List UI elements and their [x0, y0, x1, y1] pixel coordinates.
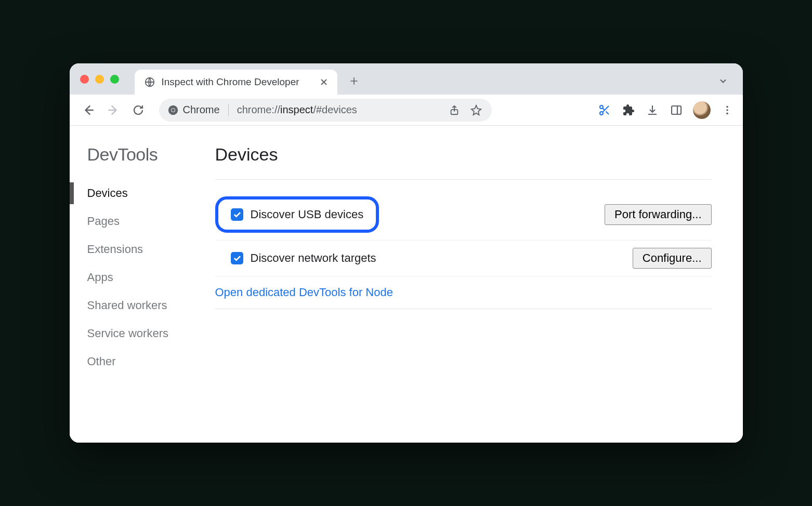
window-close-button[interactable]: [80, 75, 89, 84]
port-forwarding-button[interactable]: Port forwarding...: [605, 204, 712, 225]
svg-point-9: [726, 109, 728, 111]
sidebar-item-service-workers[interactable]: Service workers: [87, 319, 205, 348]
sidebar-item-other[interactable]: Other: [87, 348, 205, 376]
open-node-devtools-link[interactable]: Open dedicated DevTools for Node: [215, 286, 393, 299]
discover-network-checkbox[interactable]: Discover network targets: [215, 251, 376, 265]
bookmark-button[interactable]: [469, 103, 483, 117]
globe-icon: [144, 76, 155, 88]
tab-title: Inspect with Chrome Developer: [162, 76, 299, 88]
share-button[interactable]: [447, 103, 462, 117]
svg-point-10: [726, 112, 728, 114]
sidebar-item-extensions[interactable]: Extensions: [87, 235, 205, 263]
svg-point-6: [600, 112, 603, 115]
sidebar-title: DevTools: [87, 144, 205, 165]
svg-point-3: [172, 109, 175, 112]
discover-usb-label: Discover USB devices: [251, 208, 364, 221]
sidebar-item-apps[interactable]: Apps: [87, 263, 205, 291]
discover-usb-checkbox[interactable]: Discover USB devices: [231, 208, 364, 221]
omnibox-separator: [228, 104, 229, 116]
tab-close-button[interactable]: [320, 78, 328, 86]
checkbox-checked-icon: [231, 208, 243, 221]
browser-window: Inspect with Chrome Developer Chrome: [70, 63, 743, 443]
divider: [215, 179, 712, 180]
sidebar-item-shared-workers[interactable]: Shared workers: [87, 291, 205, 319]
tabs-dropdown-button[interactable]: [714, 72, 732, 90]
sidebar-item-devices[interactable]: Devices: [87, 179, 205, 207]
scissors-icon[interactable]: [597, 103, 612, 117]
site-chip-label: Chrome: [183, 104, 220, 116]
downloads-button[interactable]: [645, 103, 660, 117]
toolbar: Chrome chrome://inspect/#devices: [70, 95, 743, 126]
address-bar[interactable]: Chrome chrome://inspect/#devices: [159, 99, 492, 122]
sidebar: DevTools DevicesPagesExtensionsAppsShare…: [70, 126, 205, 443]
svg-point-8: [726, 105, 728, 108]
site-chip[interactable]: Chrome: [167, 104, 220, 116]
svg-point-5: [600, 105, 603, 109]
chrome-icon: [167, 104, 179, 116]
profile-avatar[interactable]: [693, 101, 711, 119]
url-text: chrome://inspect/#devices: [237, 104, 442, 116]
highlight-box: Discover USB devices: [215, 196, 379, 233]
window-minimize-button[interactable]: [95, 75, 104, 84]
divider: [215, 309, 712, 309]
sidebar-item-pages[interactable]: Pages: [87, 207, 205, 235]
reload-button[interactable]: [128, 100, 149, 121]
discover-network-row: Discover network targets Configure...: [215, 241, 712, 276]
browser-tab[interactable]: Inspect with Chrome Developer: [135, 70, 337, 95]
extensions-button[interactable]: [621, 103, 636, 117]
svg-rect-7: [672, 106, 681, 114]
main-panel: Devices Discover USB devices Port forwar…: [205, 126, 743, 443]
configure-button[interactable]: Configure...: [633, 248, 712, 269]
discover-network-label: Discover network targets: [251, 251, 376, 265]
back-button[interactable]: [78, 100, 99, 121]
page-heading: Devices: [215, 144, 712, 165]
toolbar-right: [597, 101, 735, 119]
discover-usb-row: Discover USB devices Port forwarding...: [215, 189, 712, 241]
side-panel-button[interactable]: [669, 103, 684, 117]
menu-button[interactable]: [720, 103, 735, 117]
node-link-row: Open dedicated DevTools for Node: [215, 276, 712, 309]
traffic-lights: [80, 75, 119, 84]
new-tab-button[interactable]: [345, 72, 363, 90]
forward-button[interactable]: [103, 100, 124, 121]
titlebar: Inspect with Chrome Developer: [70, 63, 743, 95]
page-content: DevTools DevicesPagesExtensionsAppsShare…: [70, 126, 743, 443]
window-maximize-button[interactable]: [110, 75, 119, 84]
checkbox-checked-icon: [231, 252, 243, 264]
